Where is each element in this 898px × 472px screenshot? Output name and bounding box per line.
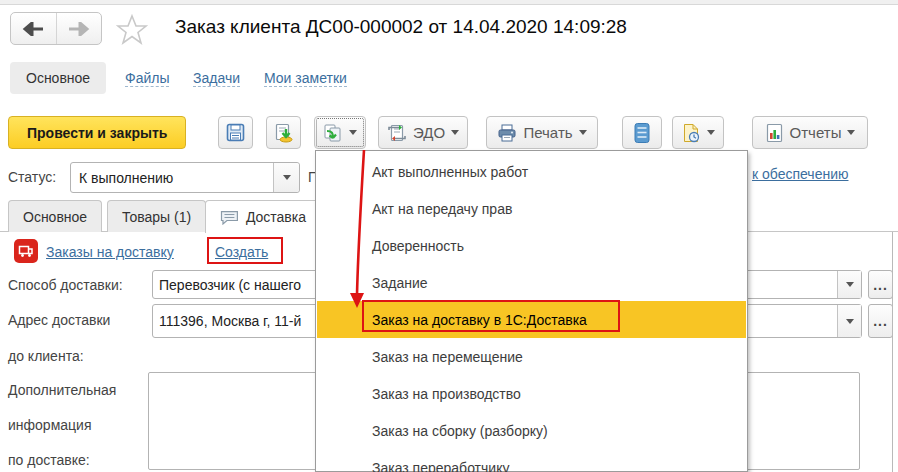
delivery-method-more-button[interactable]: ... [868,270,893,299]
star-icon [115,13,149,47]
tab-main-section-label: Основное [26,70,90,86]
chevron-down-icon [707,130,715,135]
edo-button[interactable]: ЭДО [378,116,468,149]
form-tab-main-label: Основное [23,209,87,225]
delivery-orders-link[interactable]: Заказы на доставку [46,244,174,260]
create-based-on-menu: Акт выполненных работ Акт на передачу пр… [315,150,748,472]
status-dropdown-button[interactable] [273,163,299,192]
back-button[interactable] [11,13,56,44]
post-and-close-button[interactable]: Провести и закрыть [8,116,186,149]
forward-button[interactable] [56,13,102,44]
reports-label: Отчеты [790,124,842,141]
list-icon [633,122,651,144]
history-nav-group [10,12,102,45]
forward-arrow-icon [68,22,90,36]
menu-item-rights-transfer[interactable]: Акт на передачу прав [317,190,746,227]
edo-label: ЭДО [413,124,445,141]
order-window: Заказ клиента ДС00-000002 от 14.04.2020 … [0,0,898,472]
delivery-address-label-line2: до клиента: [8,348,84,364]
menu-item-assembly-order[interactable]: Заказ на сборку (разборку) [317,412,746,449]
chevron-down-icon [579,130,587,135]
delivery-info-label-line2: информация [8,417,91,433]
floppy-disk-icon [226,123,245,142]
post-and-close-label: Провести и закрыть [27,125,167,141]
delivery-address-dropdown-button[interactable] [837,305,861,337]
menu-item-processor-order[interactable]: Заказ переработчику [317,449,746,472]
chevron-down-icon [846,282,854,287]
status-value: К выполнению [71,170,273,186]
form-tab-goods[interactable]: Товары (1) [107,200,206,232]
document-log-button[interactable] [672,116,724,149]
tab-files[interactable]: Файлы [125,70,169,87]
edo-exchange-icon [387,124,407,142]
delivery-truck-icon [14,239,38,263]
create-based-on-icon [323,123,343,143]
post-document-icon [274,123,294,143]
form-tab-main[interactable]: Основное [8,200,102,232]
status-select[interactable]: К выполнению [70,162,300,193]
delivery-address-more-button[interactable]: ... [868,304,893,338]
document-clock-icon [681,123,701,143]
tab-my-notes[interactable]: Мои заметки [264,70,347,87]
form-right-border [892,232,893,472]
favorite-button[interactable] [115,13,149,47]
report-chart-icon [765,123,784,143]
save-button[interactable] [218,116,253,149]
menu-item-act-of-works[interactable]: Акт выполненных работ [317,153,746,190]
chevron-down-icon [349,130,357,135]
page-title: Заказ клиента ДС00-000002 от 14.04.2020 … [175,16,627,38]
form-tab-delivery[interactable]: Доставка [205,200,321,233]
tab-tasks[interactable]: Задачи [193,70,240,87]
menu-item-delivery-order-1c[interactable]: Заказ на доставку в 1С:Доставка [317,301,746,338]
menu-item-power-of-attorney[interactable]: Доверенность [317,227,746,264]
provision-state-link[interactable]: к обеспечению [752,166,848,182]
comment-bubble-icon [220,210,239,225]
chevron-down-icon [847,130,855,135]
menu-item-transfer-order[interactable]: Заказ на перемещение [317,338,746,375]
delivery-info-label-line3: по доставке: [8,452,90,468]
delivery-method-label: Способ доставки: [8,277,123,293]
tab-main-section[interactable]: Основное [10,62,106,94]
create-based-on-button[interactable] [314,116,366,149]
reports-button[interactable]: Отчеты [752,116,868,149]
list-view-button[interactable] [622,116,662,149]
chevron-down-icon [283,175,291,180]
create-delivery-order-link[interactable]: Создать [215,244,268,260]
print-button[interactable]: Печать [486,116,598,149]
printer-icon [497,124,517,142]
delivery-address-label-line1: Адрес доставки [8,312,110,328]
delivery-info-label-line1: Дополнительная [8,382,116,398]
print-label: Печать [523,124,572,141]
form-tab-delivery-label: Доставка [246,209,306,225]
window-top-edge [0,0,898,5]
menu-item-task[interactable]: Задание [317,264,746,301]
back-arrow-icon [22,22,44,36]
menu-item-production-order[interactable]: Заказ на производство [317,375,746,412]
status-label: Статус: [8,169,56,185]
chevron-down-icon [451,130,459,135]
chevron-down-icon [846,319,854,324]
form-tab-goods-label: Товары (1) [122,209,191,225]
delivery-method-dropdown-button[interactable] [837,271,861,298]
post-document-button[interactable] [266,116,301,149]
